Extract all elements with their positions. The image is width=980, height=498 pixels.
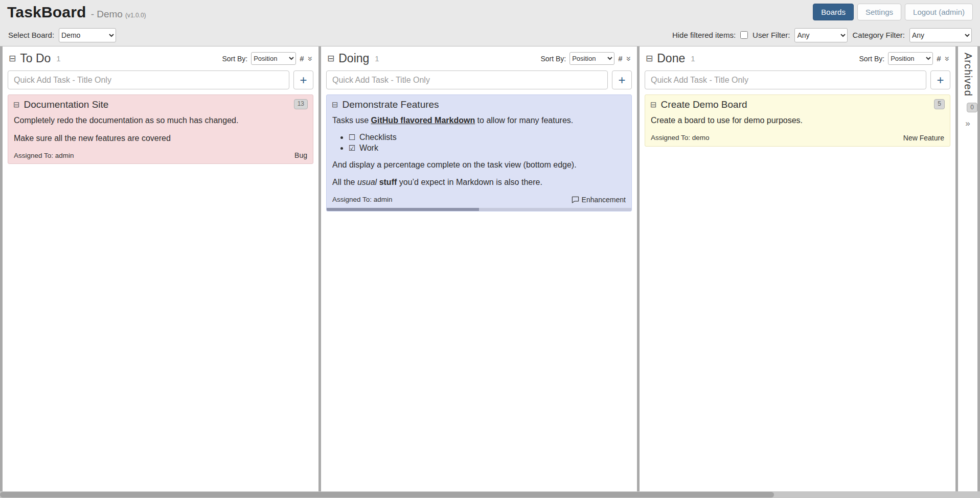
quick-add-row: +	[321, 67, 637, 93]
checkbox-unchecked-icon: ☐	[349, 133, 355, 141]
toggle-task-ids-icon[interactable]: #	[300, 54, 304, 63]
add-task-button[interactable]: +	[930, 70, 950, 89]
sort-by-select[interactable]: Position	[251, 52, 296, 65]
task-progress-bar	[327, 208, 631, 211]
collapse-column-icon[interactable]: ⊟	[9, 54, 16, 63]
quick-add-row: +	[640, 67, 955, 93]
italic-text: usual	[357, 178, 377, 186]
sort-by-label: Sort By:	[859, 55, 884, 63]
sort-by-label: Sort By:	[222, 55, 247, 63]
github-markdown-link[interactable]: GitHub flavored Markdown	[371, 116, 475, 125]
task-description-line: Make sure all the new features are cover…	[14, 133, 307, 144]
add-task-button[interactable]: +	[612, 70, 632, 89]
task-assignee: Assigned To: admin	[14, 152, 74, 159]
task-card[interactable]: ⊟ Create Demo Board 5 Create a board to …	[645, 94, 950, 147]
select-board-dropdown[interactable]: Demo	[59, 28, 116, 42]
task-category: New Feature	[903, 134, 944, 142]
boards-button[interactable]: Boards	[813, 4, 854, 20]
task-title: Documentation Site	[24, 99, 109, 110]
task-description: Create a board to use for demo purposes.	[645, 115, 950, 126]
task-checklist: ☐ Checklists ☑ Work	[332, 133, 626, 153]
app-header: TaskBoard - Demo (v1.0.0) Boards Setting…	[0, 0, 980, 24]
quick-add-input[interactable]	[645, 70, 926, 89]
column-title: To Do	[20, 52, 51, 65]
task-description: Completely redo the documentation as so …	[8, 115, 313, 144]
column-done: ⊟ Done 1 Sort By: Position # » + ⊟ Creat…	[640, 46, 955, 491]
task-card[interactable]: ⊟ Documentation Site 13 Completely redo …	[8, 94, 313, 164]
add-task-button[interactable]: +	[293, 70, 313, 89]
task-progress-fill	[327, 208, 479, 211]
task-category: Enhancement	[582, 196, 626, 204]
header-buttons: Boards Settings Logout (admin)	[813, 4, 973, 20]
checkbox-checked-icon: ☑	[349, 144, 355, 152]
task-card[interactable]: ⊟ Demonstrate Features Tasks use GitHub …	[326, 94, 632, 211]
collapse-task-icon[interactable]: ⊟	[13, 101, 20, 108]
column-title: Doing	[338, 52, 369, 65]
column-task-count: 1	[691, 54, 695, 63]
sort-by-select[interactable]: Position	[569, 52, 614, 65]
task-description: Tasks use GitHub flavored Markdown to al…	[327, 115, 631, 188]
collapse-all-tasks-icon[interactable]: »	[305, 56, 315, 61]
plus-icon: +	[618, 73, 625, 87]
category-filter-dropdown[interactable]: Any	[909, 28, 972, 42]
toggle-task-ids-icon[interactable]: #	[618, 54, 622, 63]
kanban-board: ⊟ To Do 1 Sort By: Position # » + ⊟ Docu…	[0, 46, 980, 491]
plus-icon: +	[300, 73, 307, 87]
task-description-line: Completely redo the documentation as so …	[14, 115, 307, 126]
task-description-line: Tasks use GitHub flavored Markdown to al…	[332, 115, 626, 126]
task-description-line: All the usual stuff you’d expect in Mark…	[332, 177, 626, 188]
horizontal-scrollbar-thumb[interactable]	[0, 492, 774, 497]
collapse-task-icon[interactable]: ⊟	[332, 101, 338, 108]
toggle-task-ids-icon[interactable]: #	[937, 54, 941, 63]
category-filter-label: Category Filter:	[852, 31, 905, 39]
current-board-name: - Demo	[91, 9, 123, 20]
task-points-badge: 13	[294, 99, 308, 109]
logout-button[interactable]: Logout (admin)	[905, 4, 973, 20]
checklist-item-label: Checklists	[359, 133, 397, 141]
brand: TaskBoard - Demo (v1.0.0)	[7, 4, 146, 21]
settings-button[interactable]: Settings	[857, 4, 901, 20]
checklist-item-label: Work	[359, 144, 378, 152]
archived-count-badge: 0	[967, 103, 977, 113]
task-description-line: Create a board to use for demo purposes.	[651, 115, 944, 126]
task-list: ⊟ Documentation Site 13 Completely redo …	[3, 93, 318, 170]
task-category: Bug	[294, 151, 307, 159]
sort-by-select[interactable]: Position	[888, 52, 933, 65]
collapse-all-tasks-icon[interactable]: »	[942, 56, 952, 61]
text-fragment: All the	[332, 178, 357, 186]
quick-add-row: +	[3, 67, 318, 93]
select-board-label: Select Board:	[8, 31, 54, 39]
user-filter-dropdown[interactable]: Any	[794, 28, 848, 42]
task-assignee: Assigned To: demo	[651, 134, 710, 141]
task-title: Demonstrate Features	[343, 99, 439, 110]
collapse-all-tasks-icon[interactable]: »	[623, 56, 633, 61]
app-version: (v1.0.0)	[125, 12, 146, 19]
column-todo: ⊟ To Do 1 Sort By: Position # » + ⊟ Docu…	[3, 46, 318, 491]
user-filter-label: User Filter:	[753, 31, 790, 39]
column-task-count: 1	[56, 54, 60, 63]
collapse-task-icon[interactable]: ⊟	[650, 101, 657, 108]
text-fragment: Tasks use	[332, 116, 371, 125]
plus-icon: +	[937, 73, 944, 87]
text-fragment: you’d expect in Markdown is also there.	[397, 178, 542, 186]
column-header: ⊟ Doing 1 Sort By: Position # »	[321, 46, 637, 67]
checklist-item: ☐ Checklists	[349, 133, 626, 142]
app-title: TaskBoard	[7, 4, 86, 21]
task-title: Create Demo Board	[661, 99, 747, 110]
checklist-item: ☑ Work	[349, 144, 626, 153]
quick-add-input[interactable]	[8, 70, 289, 89]
expand-archived-icon[interactable]: »	[965, 118, 970, 129]
comments-icon	[572, 196, 579, 203]
task-assignee: Assigned To: admin	[332, 196, 393, 203]
collapse-column-icon[interactable]: ⊟	[327, 54, 334, 63]
task-list: ⊟ Demonstrate Features Tasks use GitHub …	[321, 93, 637, 218]
collapse-column-icon[interactable]: ⊟	[646, 54, 653, 63]
horizontal-scrollbar[interactable]	[0, 491, 980, 498]
quick-add-input[interactable]	[326, 70, 608, 89]
task-description-line: And display a percentage complete on the…	[332, 159, 626, 171]
task-points-badge: 5	[934, 99, 945, 109]
column-task-count: 1	[375, 54, 379, 63]
archived-column[interactable]: Archived 0 »	[958, 46, 977, 491]
hide-filtered-checkbox[interactable]	[740, 31, 748, 39]
column-doing: ⊟ Doing 1 Sort By: Position # » + ⊟ Demo…	[321, 46, 637, 491]
